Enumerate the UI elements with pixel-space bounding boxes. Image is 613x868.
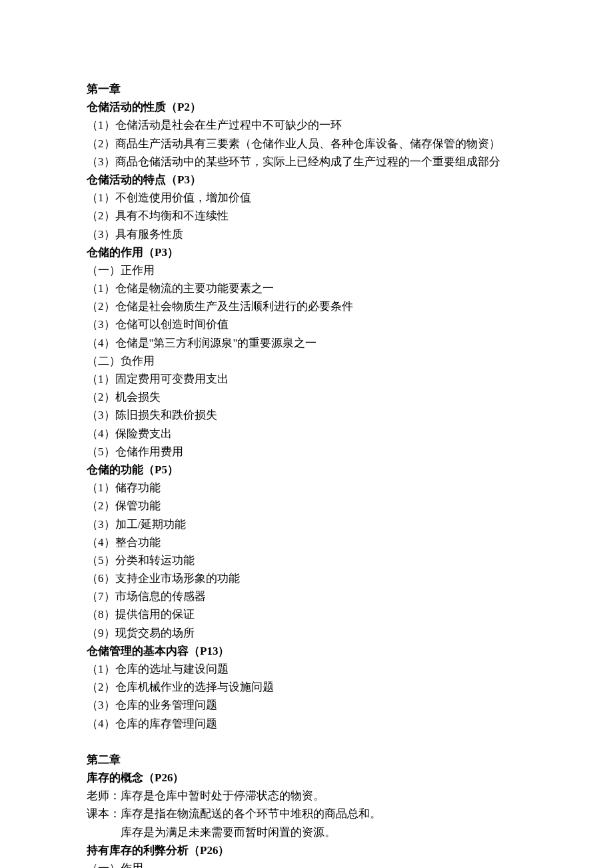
subsection-heading: （二）负作用 <box>87 352 526 370</box>
list-item: （3）商品仓储活动中的某些环节，实际上已经构成了生产过程的一个重要组成部分 <box>87 153 526 171</box>
list-item: 课本：库存是指在物流配送的各个环节中堆积的商品总和。 <box>87 805 526 823</box>
list-item: （2）商品生产活动具有三要素（仓储作业人员、各种仓库设备、储存保管的物资） <box>87 135 526 153</box>
list-item: （2）机会损失 <box>87 388 526 406</box>
document-content: 第一章 仓储活动的性质（P2） （1）仓储活动是社会在生产过程中不可缺少的一环 … <box>87 80 526 868</box>
list-item: （3）陈旧损失和跌价损失 <box>87 406 526 424</box>
list-item: （9）现货交易的场所 <box>87 624 526 642</box>
list-item: （1）仓储是物流的主要功能要素之一 <box>87 279 526 297</box>
list-item: （1）仓储活动是社会在生产过程中不可缺少的一环 <box>87 116 526 134</box>
list-item: （1）不创造使用价值，增加价值 <box>87 189 526 207</box>
list-item: （4）仓储是"第三方利润源泉"的重要源泉之一 <box>87 334 526 352</box>
list-item: （6）支持企业市场形象的功能 <box>87 569 526 587</box>
chapter-title: 第一章 <box>87 80 526 98</box>
list-item: （2）保管功能 <box>87 497 526 515</box>
section-heading: 仓储活动的特点（P3） <box>87 171 526 189</box>
section-heading: 仓储活动的性质（P2） <box>87 98 526 116</box>
list-item: （8）提供信用的保证 <box>87 605 526 623</box>
list-item: （1）固定费用可变费用支出 <box>87 370 526 388</box>
section-heading: 仓储管理的基本内容（P13） <box>87 642 526 660</box>
list-item: （5）仓储作用费用 <box>87 443 526 461</box>
list-item: （2）仓储是社会物质生产及生活顺利进行的必要条件 <box>87 297 526 315</box>
list-item: （4）仓库的库存管理问题 <box>87 715 526 733</box>
list-item: （1）储存功能 <box>87 479 526 497</box>
section-heading: 仓储的功能（P5） <box>87 461 526 479</box>
list-item: （3）加工/延期功能 <box>87 515 526 533</box>
list-item: 库存是为满足未来需要而暂时闲置的资源。 <box>87 823 526 841</box>
list-item: （7）市场信息的传感器 <box>87 587 526 605</box>
gap <box>87 733 526 751</box>
list-item: （3）仓储可以创造时间价值 <box>87 315 526 333</box>
section-heading: 仓储的作用（P3） <box>87 243 526 261</box>
subsection-heading: （一）作用 <box>87 859 526 868</box>
subsection-heading: （一）正作用 <box>87 261 526 279</box>
list-item: （2）仓库机械作业的选择与设施问题 <box>87 678 526 696</box>
section-heading: 库存的概念（P26） <box>87 769 526 787</box>
section-heading: 持有库存的利弊分析（P26） <box>87 841 526 859</box>
list-item: 老师：库存是仓库中暂时处于停滞状态的物资。 <box>87 787 526 805</box>
list-item: （3）具有服务性质 <box>87 225 526 243</box>
list-item: （1）仓库的选址与建设问题 <box>87 660 526 678</box>
list-item: （4）保险费支出 <box>87 425 526 443</box>
chapter-title: 第二章 <box>87 751 526 769</box>
list-item: （4）整合功能 <box>87 533 526 551</box>
list-item: （3）仓库的业务管理问题 <box>87 696 526 714</box>
list-item: （2）具有不均衡和不连续性 <box>87 207 526 225</box>
list-item: （5）分类和转运功能 <box>87 551 526 569</box>
